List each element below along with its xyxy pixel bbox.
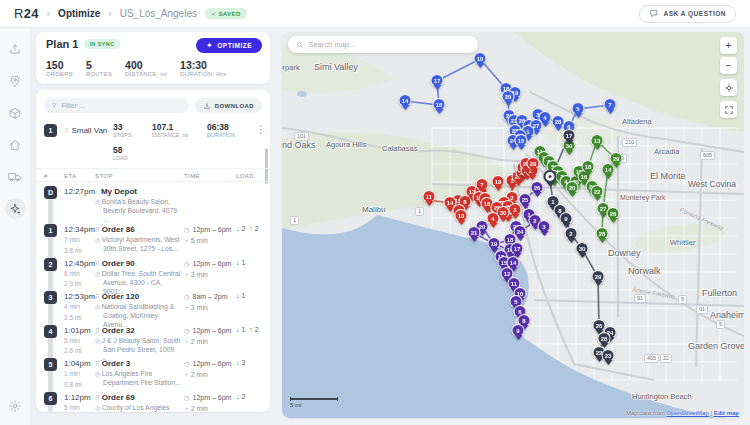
- map-pin-red[interactable]: 7: [476, 178, 489, 191]
- map-pin-purple[interactable]: 3: [538, 220, 551, 233]
- map-pin-red[interactable]: 18: [492, 175, 505, 188]
- sidebar-item-optimize[interactable]: [5, 198, 26, 219]
- fullscreen-button[interactable]: [720, 101, 737, 118]
- breadcrumb-project[interactable]: US_Los_Angeles: [120, 8, 197, 19]
- map-pin-green[interactable]: 18: [582, 160, 595, 173]
- sidebar-item-package[interactable]: [5, 102, 26, 123]
- address-pin-icon: ◎: [95, 404, 101, 411]
- map-city-label: Moorpark: [282, 63, 300, 72]
- sidebar-item-settings[interactable]: [5, 395, 26, 416]
- map-pin-dark[interactable]: 2: [565, 227, 578, 240]
- stop-row[interactable]: 312:53pm4 min2.5 mi⠿Order 120◎National S…: [36, 291, 270, 325]
- breadcrumb-optimize[interactable]: Optimize: [58, 8, 100, 19]
- sidebar-item-home[interactable]: [5, 134, 26, 155]
- map-pin-purple[interactable]: 26: [531, 181, 544, 194]
- map-search-input[interactable]: [308, 40, 470, 49]
- map-pin-green[interactable]: 13: [591, 134, 604, 147]
- zoom-in-button[interactable]: +: [720, 37, 737, 54]
- stop-row[interactable]: 41:01pm5 min2.6 mi⠿Order 32◎J & J Beauty…: [36, 325, 270, 359]
- app-logo[interactable]: R24: [14, 6, 39, 21]
- search-icon: [296, 41, 303, 49]
- pin-number: 7: [608, 101, 611, 107]
- location-pin-icon: [8, 74, 22, 88]
- map-pin-blue[interactable]: 20: [502, 90, 515, 103]
- plan-card: Plan 1 IN SYNC ✦ OPTIMIZE 150ORDERS 5ROU…: [36, 32, 270, 84]
- pin-number: 14: [605, 166, 612, 172]
- map-pin-dark[interactable]: 28: [598, 332, 611, 345]
- stops-table-header: # ETA STOP TIME LOAD: [36, 168, 270, 182]
- stop-address: ◎Dollar Tree, South Central: [95, 269, 183, 278]
- stop-info: ⠿Order 86◎Victory! Apartments, West30th …: [95, 225, 183, 253]
- map-pin-blue[interactable]: 7: [604, 98, 617, 111]
- map-city-label: Simi Valley: [314, 62, 358, 72]
- stop-travel-time: 4 min: [64, 303, 95, 312]
- map-pin-blue[interactable]: 14: [399, 94, 412, 107]
- map-pin-green[interactable]: 28: [596, 227, 609, 240]
- stop-row[interactable]: 212:45pm6 min2.9 mi⠿Order 90◎Dollar Tree…: [36, 258, 270, 292]
- map-pin-purple[interactable]: 19: [488, 237, 501, 250]
- route-menu-button[interactable]: ⋮: [256, 124, 266, 135]
- clock-icon: ◷: [184, 293, 191, 300]
- openstreetmap-link[interactable]: OpenStreetMap: [666, 410, 708, 416]
- clock-icon: ◷: [184, 260, 191, 267]
- sidebar-item-upload[interactable]: [5, 38, 26, 59]
- map-pin-blue[interactable]: 10: [474, 52, 487, 65]
- pin-number: 2: [510, 194, 513, 200]
- clock-icon: ◷: [184, 327, 191, 334]
- stop-row[interactable]: 51:04pm1 min0.8 mi⠿Order 3◎Los Angeles F…: [36, 358, 270, 392]
- optimize-button[interactable]: ✦ OPTIMIZE: [196, 38, 262, 53]
- clock-icon: ◷: [184, 394, 191, 401]
- locate-button[interactable]: [720, 79, 737, 96]
- filter-input[interactable]: [61, 102, 181, 109]
- map-pin-dark[interactable]: 29: [592, 270, 605, 283]
- pin-number: 12: [504, 270, 511, 276]
- stop-title: ⠿Order 32: [95, 326, 183, 336]
- download-button[interactable]: DOWNLOAD: [195, 98, 262, 113]
- map-pin-red[interactable]: 3: [509, 203, 522, 216]
- map[interactable]: MoorparkSimi ValleyThousand OaksAgoura H…: [282, 32, 744, 418]
- map-pin-dark[interactable]: 17: [563, 129, 576, 142]
- map-city-label: Anaheim: [710, 310, 744, 320]
- stop-address: ◎J & J Beauty Salon, South: [95, 336, 183, 345]
- route-summary[interactable]: 1 ⠿Small Van 33STOPS 107.1DISTANCE, mi 0…: [36, 118, 270, 168]
- stop-row[interactable]: 112:34pm7 min3.8 mi⠿Order 86◎Victory! Ap…: [36, 224, 270, 258]
- map-pin-red[interactable]: 10: [455, 209, 468, 222]
- map-pin-blue[interactable]: 5: [572, 102, 585, 115]
- truck-icon: [8, 170, 22, 184]
- zoom-out-button[interactable]: −: [720, 57, 737, 74]
- map-pin-blue[interactable]: 15: [515, 134, 528, 147]
- map-pin-green[interactable]: 29: [610, 152, 623, 165]
- highway-badge: 210: [622, 138, 637, 147]
- stop-title: ⠿Order 90: [95, 259, 183, 269]
- address-pin-icon: ◎: [95, 198, 101, 205]
- stop-row[interactable]: 61:12pm5 min⠿Order 69◎County of Los Ange…: [36, 392, 270, 413]
- map-pin-dark[interactable]: 30: [576, 242, 589, 255]
- pin-number: 23: [605, 352, 612, 358]
- map-pin-blue[interactable]: 16: [433, 98, 446, 111]
- stop-eta: 12:45pm6 min2.9 mi: [64, 259, 95, 289]
- map-pin-red[interactable]: 11: [423, 190, 436, 203]
- map-city-label: Altadena: [622, 117, 652, 126]
- map-pin-green[interactable]: 26: [607, 207, 620, 220]
- drag-handle-icon[interactable]: ⠿: [64, 128, 68, 134]
- map-pin-blue[interactable]: 17: [431, 74, 444, 87]
- pin-number: 3: [513, 206, 516, 212]
- edit-map-link[interactable]: Edit map: [714, 410, 739, 416]
- stop-travel-time: 7 min: [64, 236, 95, 245]
- map-pin-purple[interactable]: 25: [519, 193, 532, 206]
- map-pin-purple[interactable]: 17: [511, 242, 524, 255]
- sidebar-item-routes[interactable]: [5, 166, 26, 187]
- depot-pin[interactable]: [544, 170, 557, 183]
- map-pin-dark[interactable]: 23: [602, 349, 615, 362]
- ask-a-question-button[interactable]: ASK A QUESTION: [639, 5, 737, 23]
- map-pin-red[interactable]: 4: [487, 212, 500, 225]
- map-pin-purple[interactable]: 21: [468, 226, 481, 239]
- map-pin-purple[interactable]: 9: [512, 324, 525, 337]
- chat-bubble-icon: [649, 8, 660, 19]
- pin-number: 20: [569, 184, 576, 190]
- stop-row[interactable]: D12:27pm⌂My Depot◎Bonita's Beauty Salon,…: [36, 186, 270, 220]
- map-pin-dark[interactable]: 9: [560, 212, 573, 225]
- map-pin-green[interactable]: 22: [591, 185, 604, 198]
- service-time: ◔ 2 min: [184, 404, 234, 413]
- sidebar-item-location[interactable]: [5, 70, 26, 91]
